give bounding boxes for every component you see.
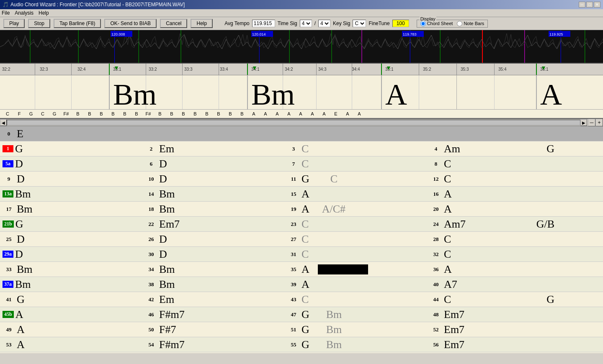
chord-sheet-radio[interactable] [420, 21, 426, 26]
chord-49[interactable]: A [17, 323, 25, 336]
chord-25[interactable]: D [17, 233, 25, 246]
chord-display[interactable]: Bm Bm A A [0, 75, 603, 110]
chord-4b[interactable]: G [546, 143, 554, 155]
chord-10[interactable]: D [159, 173, 167, 185]
chord-cell-1-3[interactable]: 3 C [285, 141, 427, 156]
chord-19[interactable]: A [302, 203, 309, 215]
chord-cell-41-4[interactable]: 44 C G [427, 292, 570, 307]
chord-14[interactable]: Bm [159, 188, 175, 200]
chord-48[interactable]: Em7 [444, 308, 464, 321]
chord-16[interactable]: A [444, 188, 452, 200]
chord-cell-33-3[interactable]: 35 A [285, 262, 427, 277]
chord-0[interactable]: E [17, 128, 23, 140]
help-button[interactable]: Help [191, 19, 213, 28]
ok-send-button[interactable]: OK- Send to BIAB [104, 19, 157, 28]
chord-39[interactable]: A [302, 278, 309, 291]
chord-27[interactable]: C [302, 233, 309, 246]
chord-5[interactable]: D [15, 158, 23, 170]
chord-2[interactable]: Em [159, 143, 174, 155]
chord-4[interactable]: Am [444, 143, 460, 155]
chord-15[interactable]: A [302, 188, 309, 200]
chord-cell-53-3[interactable]: 55 G Bm [285, 337, 427, 352]
chord-47b[interactable]: Bm [326, 308, 342, 321]
chord-17[interactable]: Bm [17, 203, 33, 215]
scroll-right-btn[interactable]: ▶ [580, 119, 587, 126]
chord-cell-17-1[interactable]: 17 Bm [0, 202, 142, 216]
close-button[interactable]: ✕ [594, 2, 600, 8]
avg-tempo-input[interactable] [252, 20, 275, 27]
chord-cell-25-1[interactable]: 25 D [0, 232, 142, 246]
chord-54[interactable]: F#m7 [159, 338, 185, 351]
chord-cell-13-1[interactable]: 13a Bm [0, 187, 142, 201]
chord-cell-25-3[interactable]: 27 C [285, 232, 427, 246]
tap-barline-button[interactable]: Tap Barline (F8) [54, 19, 101, 28]
chord-52[interactable]: Em7 [444, 323, 464, 336]
chord-51[interactable]: G [302, 323, 309, 336]
chord-cell-5-3[interactable]: 7 C [285, 156, 427, 171]
stop-button[interactable]: Stop [28, 19, 50, 28]
chord-cell-1-2[interactable]: 2 Em [142, 141, 285, 156]
maximize-button[interactable]: □ [586, 2, 593, 8]
chord-cell-25-4[interactable]: 28 C [427, 232, 570, 246]
chord-cell-9-3[interactable]: 11 G C [285, 172, 427, 186]
chord-cell-53-1[interactable]: 53 A [0, 337, 142, 352]
chord-18[interactable]: Bm [159, 203, 175, 215]
chord-cell-21-4[interactable]: 24 Am7 G/B [427, 217, 570, 231]
waveform-scrollbar[interactable]: ◀ ▶ ─ + [0, 119, 603, 126]
chord-55b[interactable]: Bm [326, 338, 342, 351]
chord-33[interactable]: Bm [17, 263, 33, 276]
play-button[interactable]: Play [3, 19, 25, 28]
chord-cell-49-4[interactable]: 52 Em7 [427, 322, 570, 337]
chord-44b[interactable]: G [546, 293, 554, 306]
chord-12[interactable]: C [444, 173, 451, 185]
chord-46[interactable]: F#m7 [159, 308, 185, 321]
time-sig-bot-select[interactable]: 48 [318, 20, 330, 27]
waveform-area[interactable]: 120.008 120.014 119.783 119.925 [0, 30, 603, 64]
chord-cell-17-4[interactable]: 20 A [427, 202, 570, 216]
chord-cell-17-3[interactable]: 19 A A/C# [285, 202, 427, 216]
zoom-out-btn[interactable]: ─ [588, 119, 595, 126]
key-sig-select[interactable]: CGDAE [353, 20, 366, 27]
chord-24b[interactable]: G/B [536, 218, 554, 231]
chord-cell-49-3[interactable]: 51 G Bm [285, 322, 427, 337]
chord-22[interactable]: Em7 [159, 218, 180, 231]
chord-cell-49-1[interactable]: 49 A [0, 322, 142, 337]
chord-cell-41-3[interactable]: 43 C [285, 292, 427, 307]
chord-sheet-radio-label[interactable]: Chord Sheet [420, 21, 453, 26]
chord-53[interactable]: A [17, 338, 25, 351]
note-bars-radio[interactable] [457, 21, 462, 26]
chord-32[interactable]: C [444, 248, 451, 261]
chord-cell-17-2[interactable]: 18 Bm [142, 202, 285, 216]
chord-cell-29-4[interactable]: 32 C [427, 247, 570, 261]
zoom-in-btn[interactable]: + [595, 119, 603, 126]
chord-7[interactable]: C [302, 158, 309, 170]
chord-cell-1-1[interactable]: 1 G [0, 141, 142, 156]
chord-cell-13-3[interactable]: 15 A [285, 187, 427, 201]
chord-cell-33-2[interactable]: 34 Bm [142, 262, 285, 277]
chord-cell-1-4[interactable]: 4 Am G [427, 141, 570, 156]
chord-29[interactable]: D [15, 248, 23, 261]
chord-cell-21-2[interactable]: 22 Em7 [142, 217, 285, 231]
chord-6[interactable]: D [159, 158, 167, 170]
chord-cell-37-3[interactable]: 39 A [285, 277, 427, 292]
chord-55[interactable]: G [302, 338, 309, 351]
chord-24[interactable]: Am7 [444, 218, 466, 231]
chord-cell-45-4[interactable]: 48 Em7 [427, 307, 570, 322]
chord-cell-49-2[interactable]: 50 F#7 [142, 322, 285, 337]
chord-cell-21-3[interactable]: 23 C [285, 217, 427, 231]
chord-35[interactable]: A [302, 263, 309, 276]
chord-8[interactable]: C [444, 158, 451, 170]
chord-cell-9-4[interactable]: 12 C [427, 172, 570, 186]
chord-20[interactable]: A [444, 203, 452, 215]
chord-cell-53-2[interactable]: 54 F#m7 [142, 337, 285, 352]
chord-56[interactable]: Em7 [444, 338, 464, 351]
chord-31[interactable]: C [302, 248, 309, 261]
menu-file[interactable]: File [2, 10, 10, 16]
chord-cell-25-2[interactable]: 26 D [142, 232, 285, 246]
chord-36[interactable]: A [444, 263, 452, 276]
chord-cell-9-1[interactable]: 9 D [0, 172, 142, 186]
chord-37[interactable]: Bm [15, 278, 31, 291]
chord-cell-13-4[interactable]: 16 A [427, 187, 570, 201]
chord-cell-37-4[interactable]: 40 A7 [427, 277, 570, 292]
chord-47[interactable]: G [302, 308, 309, 321]
